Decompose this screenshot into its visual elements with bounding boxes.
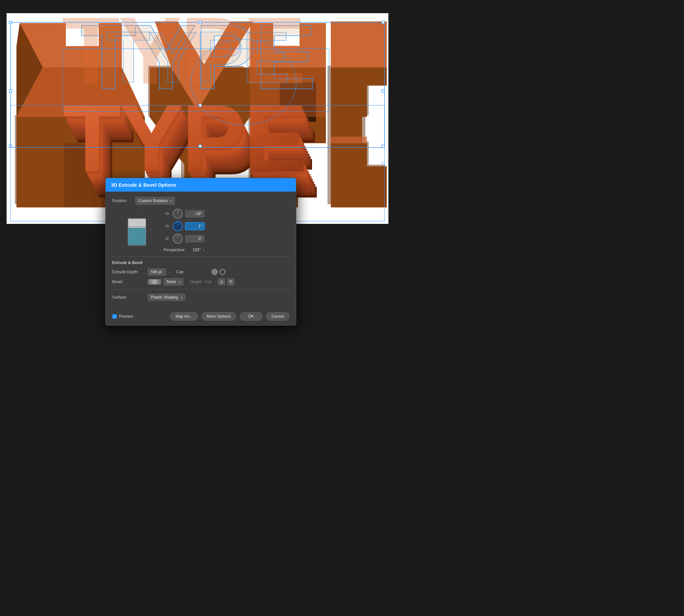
surface-label: Surface:	[112, 295, 145, 300]
position-dropdown[interactable]: Custom Rotation ▾	[135, 197, 175, 205]
z-rotation-row: ↺ 0°	[163, 234, 289, 244]
height-arrow[interactable]: ›	[214, 280, 215, 284]
bevel-row: Bevel: None ▾ Height: 4 pt ›	[112, 278, 289, 285]
section-divider-1	[112, 256, 289, 257]
svg-text:TYPE: TYPE	[106, 17, 289, 98]
map-art-button[interactable]: Map Art...	[170, 312, 198, 321]
svg-rect-38	[9, 90, 12, 92]
bevel-dropdown-arrow: ▾	[179, 280, 180, 284]
cube-svg	[119, 209, 155, 251]
perspective-row: Perspective: 120° ›	[163, 248, 289, 252]
extrude-depth-value[interactable]: 596 pt	[148, 268, 166, 276]
cap-filled-button[interactable]	[212, 269, 218, 275]
cap-label: Cap:	[176, 270, 209, 274]
dialog-title-bar: 3D Extrude & Bevel Options	[106, 178, 296, 192]
position-row: Position: Custom Rotation ▾	[112, 197, 289, 205]
z-rotation-icon: ↺	[163, 236, 170, 241]
svg-rect-37	[382, 21, 384, 24]
ok-button[interactable]: OK	[240, 312, 263, 321]
surface-row: Surface: Plastic Shading ▾	[112, 294, 289, 301]
svg-rect-35	[9, 21, 12, 24]
position-value: Custom Rotation	[138, 199, 168, 203]
svg-rect-56	[229, 280, 233, 282]
perspective-label: Perspective:	[163, 248, 190, 252]
bevel-swatch	[148, 279, 161, 284]
dialog-body: Position: Custom Rotation ▾	[106, 192, 296, 309]
svg-marker-17	[331, 21, 387, 67]
more-options-button[interactable]: More Options	[201, 312, 236, 321]
height-icon-1[interactable]	[218, 278, 225, 285]
y-rotation-row: ⟲ 1°	[163, 221, 289, 231]
x-rotation-input[interactable]: -18°	[185, 210, 204, 217]
rotation-section: ⟲ -18° ⟲ 1°	[112, 209, 289, 252]
svg-rect-41	[199, 145, 201, 148]
x-rotation-icon: ⟲	[163, 211, 170, 216]
dialog-title: 3D Extrude & Bevel Options	[111, 182, 176, 188]
y-rotation-input[interactable]: 1°	[185, 223, 204, 230]
cap-hollow-button[interactable]	[220, 269, 225, 275]
cap-icons	[212, 269, 225, 275]
svg-marker-57	[229, 283, 233, 284]
preview-checkbox[interactable]: ✓	[112, 314, 117, 319]
svg-rect-54	[220, 282, 223, 284]
extrude-depth-row: Extrude Depth: 596 pt › Cap:	[112, 268, 289, 276]
dialog-footer: ✓ Preview Map Art... More Options OK Can…	[106, 309, 296, 325]
section-divider-2	[112, 289, 289, 290]
surface-dropdown[interactable]: Plastic Shading ▾	[148, 294, 185, 301]
height-value: 4 pt	[205, 280, 212, 284]
bevel-value: None	[167, 280, 176, 284]
preview-label: Preview	[119, 314, 133, 319]
x-rotation-row: ⟲ -18°	[163, 209, 289, 219]
x-rotation-dial[interactable]	[173, 209, 183, 219]
height-label: Height:	[190, 280, 202, 284]
perspective-value: 120°	[193, 248, 201, 252]
surface-value: Plastic Shading	[151, 295, 178, 300]
svg-rect-51	[128, 219, 146, 228]
cancel-button[interactable]: Cancel	[266, 312, 289, 321]
svg-marker-55	[220, 280, 223, 281]
height-icon-2[interactable]	[227, 278, 234, 285]
dialog-3d-extrude-bevel: 3D Extrude & Bevel Options Position: Cus…	[105, 178, 296, 326]
svg-rect-18	[331, 137, 367, 143]
preview-checkbox-wrap: ✓ Preview	[112, 314, 133, 319]
svg-rect-46	[382, 162, 384, 164]
cube-preview	[119, 209, 155, 251]
position-dropdown-arrow: ▾	[170, 199, 172, 203]
perspective-arrow[interactable]: ›	[203, 248, 205, 252]
rotation-controls: ⟲ -18° ⟲ 1°	[163, 209, 289, 252]
extrude-bevel-title: Extrude & Bevel	[112, 260, 289, 265]
bevel-dropdown[interactable]: None ▾	[163, 278, 183, 285]
z-rotation-input[interactable]: 0°	[185, 235, 204, 242]
position-label: Position:	[112, 199, 135, 203]
y-rotation-icon: ⟲	[163, 223, 170, 229]
svg-rect-39	[382, 90, 384, 92]
extrude-depth-label: Extrude Depth:	[112, 270, 145, 274]
height-icons	[218, 278, 234, 285]
extrude-depth-arrow[interactable]: ›	[169, 270, 170, 274]
canvas: TYPE	[0, 0, 684, 616]
z-rotation-dial[interactable]	[173, 234, 183, 244]
svg-rect-50	[128, 227, 146, 245]
surface-dropdown-arrow: ▾	[181, 296, 182, 299]
svg-rect-36	[199, 21, 201, 24]
y-rotation-dial[interactable]	[173, 221, 183, 231]
svg-rect-42	[382, 145, 384, 148]
bevel-label: Bevel:	[112, 280, 145, 284]
